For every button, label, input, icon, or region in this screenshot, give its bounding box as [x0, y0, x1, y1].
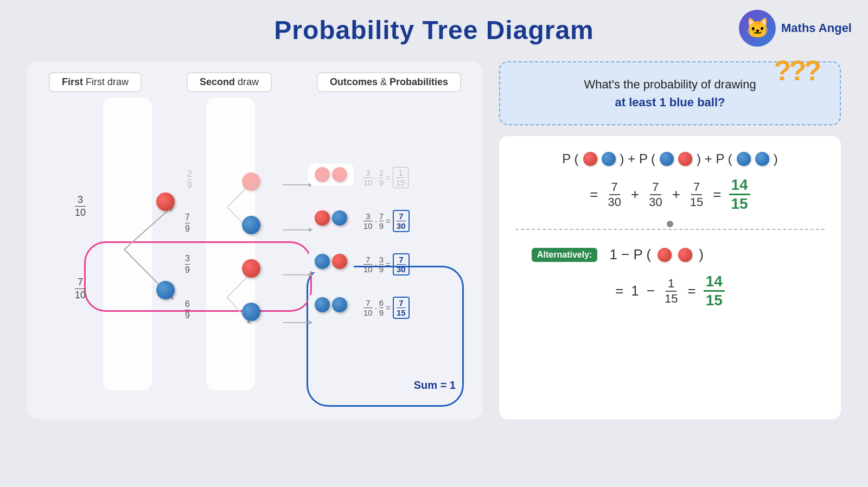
frac-3-9: 3 9: [185, 254, 190, 275]
main-layout: First First draw Second draw Outcomes & …: [0, 50, 868, 430]
alt-row: Alternatively: 1 − P ( ): [515, 246, 825, 263]
second-red-after-blue: [242, 259, 260, 280]
tree-svg-container: 3 10 7 10 2 9 7 9: [38, 98, 472, 401]
frac-2-9: 2 9: [187, 169, 192, 190]
outcome-red-red: [308, 164, 354, 185]
second-blue-after-blue: [242, 303, 260, 323]
col-header-outcomes: Outcomes & Probabilities: [317, 72, 461, 92]
sum-label: Sum = 1: [414, 379, 456, 392]
method1-calc-row: = 7 30 + 7 30 + 7 15 = 14 15: [515, 176, 825, 213]
question-marks-decoration: ???: [774, 54, 819, 87]
logo-text: Maths Angel: [781, 21, 852, 35]
col-header-second: Second draw: [187, 72, 272, 92]
page-title: Probability Tree Diagram: [0, 0, 868, 45]
ball-red-1: [583, 152, 597, 166]
ball-blue-1: [602, 152, 616, 166]
ball-blue-2: [660, 152, 674, 166]
prob-calc-3: 7 10 · 3 9 = 7 30: [363, 253, 410, 275]
prob-calc-1: 3 10 · 2 9 = 1 15: [363, 167, 409, 188]
prob-calc-4: 7 10 · 6 9 = 7 15: [363, 297, 410, 319]
col-strip-1: [103, 98, 152, 390]
logo-icon: 🐱: [739, 10, 776, 47]
frac-3-10: 3 10: [75, 194, 86, 219]
ball-red-alt-1: [658, 248, 672, 262]
first-draw-red-ball: [156, 193, 175, 213]
ball-blue-3: [737, 152, 751, 166]
ball-red-2: [678, 152, 692, 166]
prob-calc-2: 3 10 · 7 9 = 7 30: [363, 210, 410, 232]
alt-label: Alternatively:: [532, 248, 597, 262]
frac-7-9: 7 9: [185, 213, 190, 234]
col-header-first: First First draw: [49, 72, 142, 92]
outcome-blue-blue: [308, 294, 354, 316]
divider-dot: [667, 221, 673, 227]
first-draw-blue-ball: [156, 281, 175, 302]
col-strip-2: [206, 98, 255, 390]
question-text: What's the probability of drawing: [584, 78, 756, 91]
answer-box: P ( ) + P ( ) + P ( ) = 7 30 +: [499, 136, 841, 419]
right-panel: What's the probability of drawing at lea…: [499, 61, 841, 419]
ball-blue-4: [755, 152, 769, 166]
divider: [515, 225, 825, 234]
question-emphasis: at least 1 blue ball?: [615, 95, 725, 109]
tree-panel: First First draw Second draw Outcomes & …: [27, 61, 483, 419]
second-blue-after-red: [242, 216, 260, 236]
second-red-after-red: [242, 172, 260, 193]
outcome-blue-red: [308, 251, 354, 272]
frac-6-9: 6 9: [185, 299, 190, 321]
column-headers: First First draw Second draw Outcomes & …: [38, 72, 472, 92]
alt-calc-row: = 1 − 1 15 = 14 15: [515, 273, 825, 309]
logo-area: 🐱 Maths Angel: [739, 10, 852, 47]
outcome-red-blue: [308, 207, 354, 229]
ball-red-alt-2: [678, 248, 692, 262]
method1-row: P ( ) + P ( ) + P ( ): [515, 151, 825, 166]
frac-7-10: 7 10: [75, 277, 86, 301]
